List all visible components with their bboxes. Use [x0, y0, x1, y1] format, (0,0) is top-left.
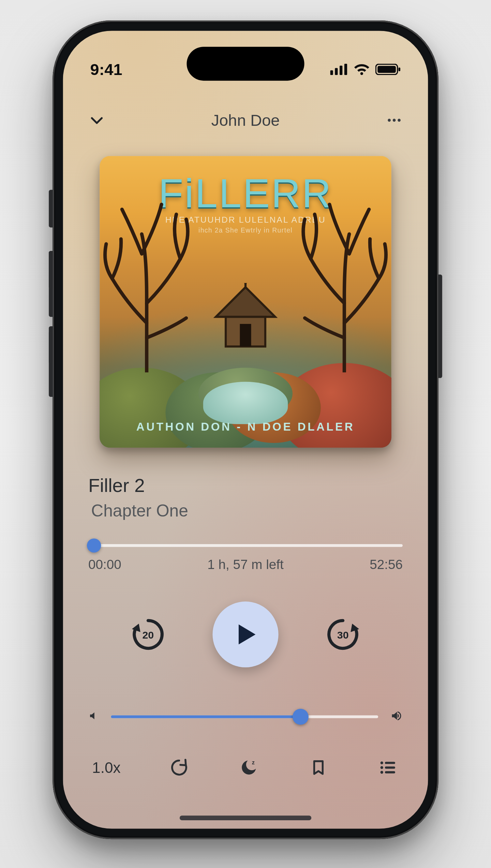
svg-rect-1 [335, 68, 338, 75]
volume-thumb[interactable] [293, 709, 309, 725]
phone-power-button [438, 274, 442, 378]
cover-hut [210, 283, 281, 354]
phone-frame: 9:41 John Doe [53, 20, 438, 839]
play-button[interactable] [212, 601, 278, 667]
seek-bar[interactable]: 00:00 1 h, 57 m left 52:56 [84, 544, 407, 572]
sleep-timer-button[interactable]: z [238, 757, 259, 778]
cover-stream [203, 382, 288, 424]
svg-rect-12 [240, 324, 251, 346]
screen: 9:41 John Doe [63, 31, 428, 828]
svg-rect-6 [399, 68, 401, 71]
transport-controls: 20 30 [84, 601, 407, 667]
chapters-button[interactable] [377, 757, 399, 778]
svg-text:z: z [252, 759, 255, 765]
list-icon [378, 758, 398, 777]
more-button[interactable] [384, 110, 405, 131]
svg-marker-16 [239, 625, 255, 645]
svg-point-9 [398, 119, 401, 122]
cellular-icon [330, 64, 348, 75]
book-title: Filler 2 [88, 475, 403, 496]
play-icon [232, 621, 258, 647]
battery-icon [375, 64, 401, 75]
header-author[interactable]: John Doe [211, 111, 280, 130]
cover-tree [100, 175, 203, 373]
bottom-row: 1.0x z [84, 757, 407, 778]
volume-slider[interactable] [111, 715, 378, 718]
home-indicator[interactable] [180, 815, 311, 820]
seek-thumb[interactable] [87, 538, 101, 552]
repeat-icon [170, 758, 189, 777]
rewind-seconds: 20 [142, 629, 154, 641]
wifi-icon [354, 64, 370, 75]
bookmark-icon [310, 758, 327, 777]
status-time: 9:41 [90, 60, 122, 79]
time-remaining: 1 h, 57 m left [207, 557, 283, 572]
svg-rect-22 [385, 766, 395, 768]
rewind-button[interactable]: 20 [128, 614, 168, 655]
svg-rect-3 [344, 64, 347, 75]
phone-volume-down [49, 331, 53, 397]
phone-volume-up [49, 251, 53, 317]
bookmark-button[interactable] [308, 757, 329, 778]
speed-button[interactable]: 1.0x [92, 759, 120, 776]
volume-low-icon [88, 710, 99, 723]
moon-icon: z [239, 758, 258, 777]
svg-rect-0 [330, 70, 333, 75]
svg-rect-24 [385, 771, 395, 773]
volume-high-icon [390, 710, 403, 724]
svg-point-14 [243, 283, 248, 284]
cover-tree [288, 175, 391, 373]
svg-point-8 [393, 119, 396, 122]
repeat-button[interactable] [168, 757, 190, 778]
svg-rect-2 [340, 65, 342, 75]
volume-row [84, 710, 407, 724]
forward-button[interactable]: 30 [323, 614, 363, 655]
chapter-title[interactable]: Chapter One [88, 501, 403, 521]
svg-rect-5 [377, 66, 396, 73]
time-duration: 52:56 [370, 557, 403, 572]
chevron-down-icon [88, 112, 105, 129]
svg-point-21 [381, 766, 383, 769]
cover-art[interactable]: FiLLERR HPE ATUUHDR LULELNAL ADREU ihch … [100, 156, 391, 448]
cover-author: AUTHON DON - N DOE DLALER [100, 420, 391, 434]
time-elapsed: 00:00 [88, 557, 121, 572]
volume-fill [111, 715, 301, 718]
svg-point-7 [388, 119, 391, 122]
top-bar: John Doe [84, 101, 407, 139]
dynamic-island [187, 47, 304, 80]
track-heading: Filler 2 Chapter One [84, 475, 407, 521]
seek-labels: 00:00 1 h, 57 m left 52:56 [88, 557, 403, 572]
svg-point-19 [381, 762, 383, 764]
svg-rect-20 [385, 762, 395, 764]
collapse-button[interactable] [87, 110, 107, 131]
svg-point-23 [381, 771, 383, 774]
forward-seconds: 30 [337, 629, 349, 641]
svg-marker-10 [216, 287, 275, 317]
more-icon [386, 112, 403, 129]
status-right [330, 64, 401, 75]
seek-track[interactable] [88, 544, 403, 547]
